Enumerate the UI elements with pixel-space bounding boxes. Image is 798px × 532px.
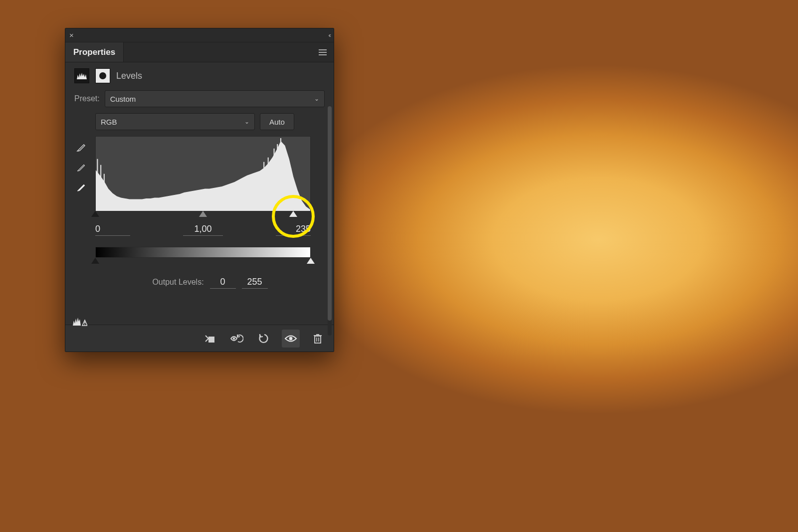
panel-scrollbar[interactable] <box>328 106 332 336</box>
shadow-input-slider[interactable] <box>91 211 99 217</box>
clip-to-layer-icon[interactable] <box>201 330 219 348</box>
tab-properties[interactable]: Properties <box>65 42 124 62</box>
reset-icon[interactable] <box>255 330 273 348</box>
adjustment-header: Levels <box>74 68 325 83</box>
close-icon[interactable]: × <box>69 31 74 39</box>
layer-mask-icon[interactable] <box>95 68 110 83</box>
highlight-input-slider[interactable] <box>289 211 297 217</box>
output-gradient[interactable] <box>95 247 311 258</box>
channel-value: RGB <box>101 118 117 126</box>
channel-row: RGB ⌄ Auto <box>95 113 325 130</box>
output-levels-label: Output Levels: <box>152 278 203 287</box>
svg-point-15 <box>233 337 235 340</box>
clip-warning-icon[interactable] <box>72 316 87 327</box>
preset-value: Custom <box>110 95 136 103</box>
input-slider-track[interactable] <box>95 211 311 220</box>
chevron-down-icon: ⌄ <box>244 118 249 125</box>
output-high-slider[interactable] <box>307 258 315 264</box>
svg-rect-14 <box>208 337 214 343</box>
svg-point-16 <box>289 337 293 340</box>
preset-select[interactable]: Custom ⌄ <box>105 90 325 107</box>
panel-content: Levels Preset: Custom ⌄ RGB ⌄ Auto <box>65 62 334 325</box>
output-low-field[interactable] <box>210 276 236 289</box>
scrollbar-thumb[interactable] <box>328 106 332 321</box>
input-level-values <box>95 223 311 236</box>
auto-button[interactable]: Auto <box>260 113 294 130</box>
highlight-input-field[interactable] <box>276 223 311 236</box>
histogram[interactable] <box>95 136 311 211</box>
adjustment-name: Levels <box>116 71 142 81</box>
histogram-section: Output Levels: <box>95 136 325 289</box>
panel-menu-icon[interactable] <box>317 47 329 57</box>
channel-select[interactable]: RGB ⌄ <box>95 113 255 130</box>
output-slider-track[interactable] <box>95 258 311 267</box>
preset-row: Preset: Custom ⌄ <box>74 90 325 107</box>
midtone-input-slider[interactable] <box>199 211 207 217</box>
collapse-icon[interactable]: ‹‹ <box>328 31 330 39</box>
levels-thumbnail-icon <box>74 68 89 83</box>
output-levels-row: Output Levels: <box>95 276 325 289</box>
svg-point-1 <box>84 324 85 325</box>
properties-panel: × ‹‹ Properties Levels Preset: Custom ⌄ … <box>65 28 334 352</box>
shadow-input-field[interactable] <box>95 223 130 236</box>
output-high-field[interactable] <box>242 276 268 289</box>
toggle-visibility-icon[interactable] <box>282 330 300 348</box>
white-point-eyedropper-icon[interactable] <box>74 181 87 194</box>
svg-rect-17 <box>315 336 321 343</box>
delete-icon[interactable] <box>309 330 327 348</box>
midtone-input-field[interactable] <box>183 223 223 236</box>
eyedropper-column <box>74 141 87 194</box>
panel-tabs: Properties <box>65 42 334 62</box>
panel-titlebar: × ‹‹ <box>65 28 334 42</box>
gray-point-eyedropper-icon[interactable] <box>74 161 87 174</box>
black-point-eyedropper-icon[interactable] <box>74 141 87 154</box>
panel-bottom-bar <box>65 325 334 352</box>
output-low-slider[interactable] <box>91 258 99 264</box>
view-previous-state-icon[interactable] <box>228 330 246 348</box>
preset-label: Preset: <box>74 94 100 103</box>
chevron-down-icon: ⌄ <box>314 95 319 102</box>
